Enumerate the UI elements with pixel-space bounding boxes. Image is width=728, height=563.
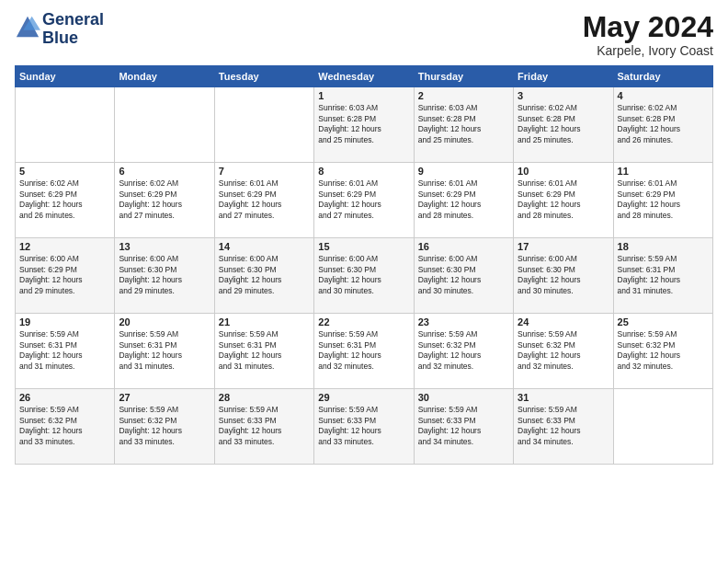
calendar-header-row: SundayMondayTuesdayWednesdayThursdayFrid… (16, 66, 713, 87)
calendar-cell: 16Sunrise: 6:00 AM Sunset: 6:30 PM Dayli… (414, 238, 513, 314)
day-number: 21 (219, 316, 310, 327)
day-number: 16 (418, 241, 509, 252)
calendar-cell: 13Sunrise: 6:00 AM Sunset: 6:30 PM Dayli… (115, 238, 214, 314)
day-number: 12 (19, 241, 110, 252)
calendar-cell: 31Sunrise: 5:59 AM Sunset: 6:33 PM Dayli… (514, 389, 613, 465)
day-info: Sunrise: 5:59 AM Sunset: 6:32 PM Dayligh… (119, 405, 210, 447)
day-number: 1 (318, 90, 409, 101)
calendar-cell: 5Sunrise: 6:02 AM Sunset: 6:29 PM Daylig… (16, 163, 115, 238)
calendar-cell: 3Sunrise: 6:02 AM Sunset: 6:28 PM Daylig… (514, 87, 613, 163)
calendar-cell: 8Sunrise: 6:01 AM Sunset: 6:29 PM Daylig… (314, 163, 414, 238)
calendar-cell: 18Sunrise: 5:59 AM Sunset: 6:31 PM Dayli… (613, 238, 712, 314)
day-number: 8 (318, 166, 409, 177)
calendar-week-row: 12Sunrise: 6:00 AM Sunset: 6:29 PM Dayli… (16, 238, 713, 314)
day-number: 29 (318, 392, 409, 403)
day-info: Sunrise: 6:03 AM Sunset: 6:28 PM Dayligh… (418, 103, 509, 145)
day-info: Sunrise: 6:02 AM Sunset: 6:28 PM Dayligh… (618, 103, 709, 145)
calendar-cell: 30Sunrise: 5:59 AM Sunset: 6:33 PM Dayli… (414, 389, 513, 465)
calendar-cell: 6Sunrise: 6:02 AM Sunset: 6:29 PM Daylig… (115, 163, 214, 238)
day-info: Sunrise: 6:01 AM Sunset: 6:29 PM Dayligh… (618, 178, 709, 221)
calendar-cell: 2Sunrise: 6:03 AM Sunset: 6:28 PM Daylig… (414, 87, 513, 163)
page: General Blue May 2024 Karpele, Ivory Coa… (0, 0, 728, 563)
day-info: Sunrise: 5:59 AM Sunset: 6:32 PM Dayligh… (618, 329, 709, 372)
day-info: Sunrise: 5:59 AM Sunset: 6:32 PM Dayligh… (518, 329, 609, 372)
calendar-cell: 22Sunrise: 5:59 AM Sunset: 6:31 PM Dayli… (314, 314, 414, 389)
calendar-cell: 25Sunrise: 5:59 AM Sunset: 6:32 PM Dayli… (613, 314, 712, 389)
logo-icon (15, 15, 40, 40)
day-info: Sunrise: 6:02 AM Sunset: 6:28 PM Dayligh… (518, 103, 609, 145)
logo-line1: General (42, 10, 104, 29)
calendar: SundayMondayTuesdayWednesdayThursdayFrid… (15, 65, 713, 465)
day-number: 18 (618, 241, 709, 252)
day-info: Sunrise: 5:59 AM Sunset: 6:31 PM Dayligh… (618, 254, 709, 296)
calendar-cell: 23Sunrise: 5:59 AM Sunset: 6:32 PM Dayli… (414, 314, 513, 389)
day-number: 3 (518, 90, 609, 101)
day-number: 7 (219, 166, 310, 177)
day-number: 10 (518, 166, 609, 177)
day-number: 11 (618, 166, 709, 177)
calendar-day-header: Thursday (414, 66, 513, 87)
day-info: Sunrise: 5:59 AM Sunset: 6:31 PM Dayligh… (318, 329, 409, 372)
day-info: Sunrise: 5:59 AM Sunset: 6:33 PM Dayligh… (518, 405, 609, 447)
day-number: 4 (618, 90, 709, 101)
day-info: Sunrise: 6:00 AM Sunset: 6:30 PM Dayligh… (418, 254, 509, 296)
day-info: Sunrise: 6:03 AM Sunset: 6:28 PM Dayligh… (318, 103, 409, 145)
calendar-cell: 20Sunrise: 5:59 AM Sunset: 6:31 PM Dayli… (115, 314, 214, 389)
day-number: 23 (418, 316, 509, 327)
calendar-cell: 7Sunrise: 6:01 AM Sunset: 6:29 PM Daylig… (214, 163, 313, 238)
location: Karpele, Ivory Coast (583, 43, 713, 58)
calendar-day-header: Friday (514, 66, 613, 87)
calendar-day-header: Tuesday (214, 66, 313, 87)
day-number: 15 (318, 241, 409, 252)
calendar-day-header: Sunday (16, 66, 115, 87)
calendar-cell (115, 87, 214, 163)
calendar-cell: 1Sunrise: 6:03 AM Sunset: 6:28 PM Daylig… (314, 87, 414, 163)
day-number: 17 (518, 241, 609, 252)
day-number: 30 (418, 392, 509, 403)
day-info: Sunrise: 6:00 AM Sunset: 6:30 PM Dayligh… (119, 254, 210, 296)
day-info: Sunrise: 6:00 AM Sunset: 6:30 PM Dayligh… (518, 254, 609, 296)
calendar-cell (613, 389, 712, 465)
day-info: Sunrise: 6:01 AM Sunset: 6:29 PM Dayligh… (219, 178, 310, 221)
calendar-cell: 24Sunrise: 5:59 AM Sunset: 6:32 PM Dayli… (514, 314, 613, 389)
day-number: 22 (318, 316, 409, 327)
calendar-cell: 28Sunrise: 5:59 AM Sunset: 6:33 PM Dayli… (214, 389, 313, 465)
day-info: Sunrise: 6:02 AM Sunset: 6:29 PM Dayligh… (119, 178, 210, 221)
title-block: May 2024 Karpele, Ivory Coast (583, 11, 713, 58)
day-number: 26 (19, 392, 110, 403)
logo-text: General Blue (42, 11, 104, 48)
day-number: 25 (618, 316, 709, 327)
calendar-cell: 10Sunrise: 6:01 AM Sunset: 6:29 PM Dayli… (514, 163, 613, 238)
day-info: Sunrise: 5:59 AM Sunset: 6:31 PM Dayligh… (119, 329, 210, 372)
day-info: Sunrise: 5:59 AM Sunset: 6:33 PM Dayligh… (418, 405, 509, 447)
day-number: 2 (418, 90, 509, 101)
day-number: 27 (119, 392, 210, 403)
day-info: Sunrise: 6:00 AM Sunset: 6:29 PM Dayligh… (19, 254, 110, 296)
logo: General Blue (15, 11, 104, 48)
day-info: Sunrise: 5:59 AM Sunset: 6:33 PM Dayligh… (219, 405, 310, 447)
calendar-cell (16, 87, 115, 163)
day-info: Sunrise: 5:59 AM Sunset: 6:31 PM Dayligh… (19, 329, 110, 372)
day-number: 24 (518, 316, 609, 327)
day-number: 19 (19, 316, 110, 327)
calendar-cell: 12Sunrise: 6:00 AM Sunset: 6:29 PM Dayli… (16, 238, 115, 314)
logo-line2: Blue (42, 29, 78, 47)
header: General Blue May 2024 Karpele, Ivory Coa… (15, 11, 713, 58)
day-info: Sunrise: 6:02 AM Sunset: 6:29 PM Dayligh… (19, 178, 110, 221)
day-number: 9 (418, 166, 509, 177)
day-number: 14 (219, 241, 310, 252)
day-info: Sunrise: 5:59 AM Sunset: 6:32 PM Dayligh… (418, 329, 509, 372)
calendar-week-row: 5Sunrise: 6:02 AM Sunset: 6:29 PM Daylig… (16, 163, 713, 238)
calendar-week-row: 1Sunrise: 6:03 AM Sunset: 6:28 PM Daylig… (16, 87, 713, 163)
day-number: 28 (219, 392, 310, 403)
day-info: Sunrise: 6:00 AM Sunset: 6:30 PM Dayligh… (219, 254, 310, 296)
day-info: Sunrise: 5:59 AM Sunset: 6:31 PM Dayligh… (219, 329, 310, 372)
calendar-cell: 17Sunrise: 6:00 AM Sunset: 6:30 PM Dayli… (514, 238, 613, 314)
day-info: Sunrise: 5:59 AM Sunset: 6:33 PM Dayligh… (318, 405, 409, 447)
calendar-cell: 21Sunrise: 5:59 AM Sunset: 6:31 PM Dayli… (214, 314, 313, 389)
calendar-cell: 19Sunrise: 5:59 AM Sunset: 6:31 PM Dayli… (16, 314, 115, 389)
day-info: Sunrise: 6:01 AM Sunset: 6:29 PM Dayligh… (418, 178, 509, 221)
day-info: Sunrise: 6:01 AM Sunset: 6:29 PM Dayligh… (318, 178, 409, 221)
calendar-day-header: Monday (115, 66, 214, 87)
calendar-day-header: Saturday (613, 66, 712, 87)
